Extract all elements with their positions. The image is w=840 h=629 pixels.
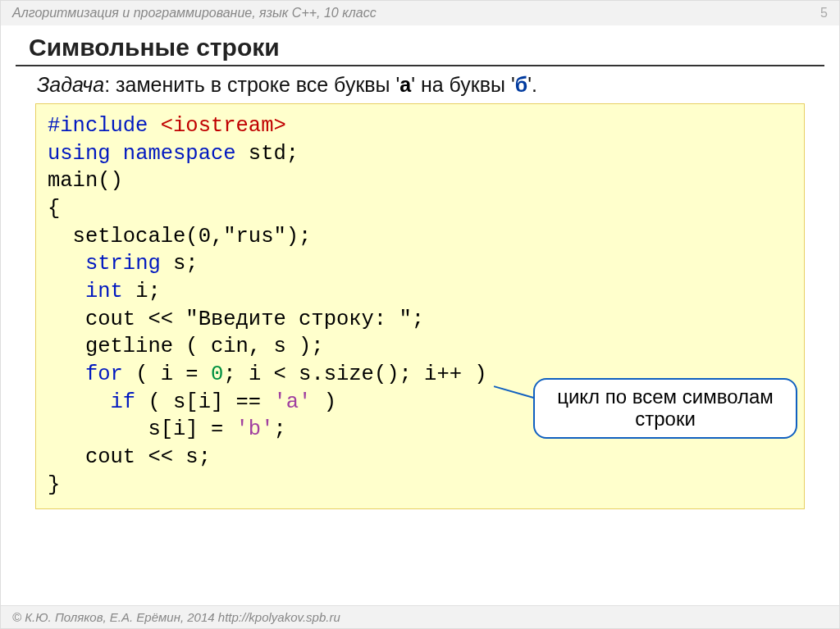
tok: getline ( cin, s );	[48, 335, 324, 358]
tok: ;	[273, 417, 285, 441]
task-mid: на буквы	[415, 73, 511, 96]
tok: <iostream>	[161, 114, 286, 138]
tok	[48, 390, 111, 414]
tok: cout <<	[48, 308, 185, 331]
tok: )	[311, 390, 336, 414]
tok: ; i < s.size(); i++ )	[223, 362, 486, 386]
tok: main()	[48, 169, 123, 193]
tok: ( i =	[123, 362, 211, 386]
tok	[111, 142, 123, 166]
callout-connector	[494, 385, 536, 399]
footer-bar: © К.Ю. Поляков, Е.А. Ерёмин, 2014 http:/…	[1, 605, 839, 628]
tok: }	[48, 473, 60, 497]
task-end: .	[532, 73, 537, 96]
letter-b: б	[515, 73, 527, 96]
task-statement: Задача: заменить в строке все буквы 'а' …	[1, 71, 839, 102]
tok: string	[85, 252, 161, 276]
copyright: © К.Ю. Поляков, Е.А. Ерёмин, 2014 http:/…	[12, 610, 340, 624]
tok	[48, 362, 85, 386]
tok: s;	[161, 252, 199, 276]
code-block: #include <iostream> using namespace std;…	[35, 103, 805, 509]
tok: {	[48, 197, 60, 221]
tok: setlocale(0,"rus");	[48, 225, 311, 248]
tok: s[i] =	[48, 417, 236, 441]
tok: for	[85, 362, 123, 386]
callout-bubble: цикл по всем символам строки	[533, 378, 797, 439]
tok	[48, 280, 85, 303]
title-underline	[16, 65, 824, 66]
tok: if	[111, 390, 136, 414]
header-bar: Алгоритмизация и программирование, язык …	[1, 1, 839, 25]
task-label: Задача	[37, 73, 104, 96]
tok: i;	[123, 280, 161, 303]
callout-text: цикл по всем символам строки	[535, 386, 796, 431]
task-sep: :	[104, 73, 116, 96]
tok: ;	[412, 308, 424, 331]
tok: 'a'	[273, 390, 311, 414]
task-pre: заменить в строке все буквы	[116, 73, 395, 96]
course-name: Алгоритмизация и программирование, язык …	[12, 6, 377, 21]
tok: ( s[i] ==	[135, 390, 273, 414]
tok: namespace	[123, 142, 236, 166]
tok: std;	[236, 142, 299, 166]
tok: int	[85, 280, 123, 303]
tok	[48, 252, 85, 276]
slide-title: Символьные строки	[1, 25, 839, 65]
slide: Алгоритмизация и программирование, язык …	[0, 0, 840, 629]
tok: using	[48, 142, 111, 166]
tok: cout << s;	[48, 445, 211, 469]
page-number: 5	[820, 6, 828, 21]
tok: 0	[211, 362, 223, 386]
letter-a: а	[399, 73, 411, 96]
tok: 'b'	[236, 417, 274, 441]
tok: "Введите строку: "	[185, 308, 411, 331]
tok: #include	[48, 114, 161, 138]
